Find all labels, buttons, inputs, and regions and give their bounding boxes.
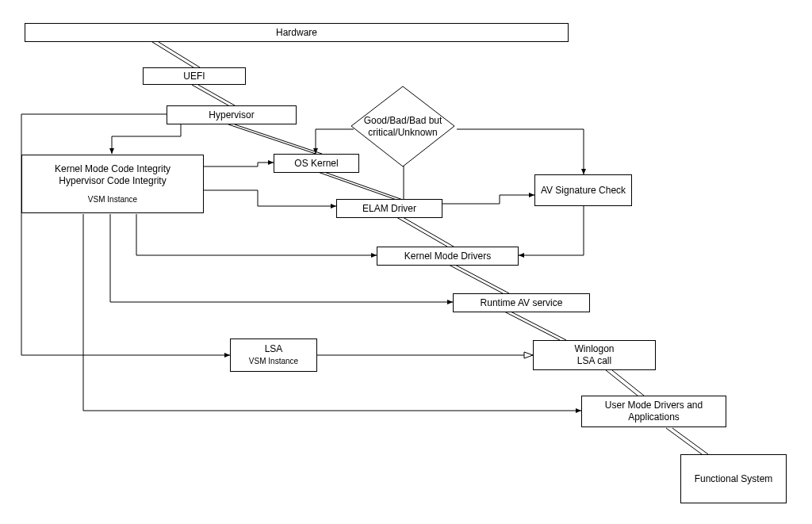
svg-line-13 (509, 311, 566, 340)
node-winlogon: Winlogon LSA call (533, 340, 656, 370)
lsa-title: LSA (265, 343, 283, 355)
decision-label: Good/Bad/Bad but critical/Unknown (362, 115, 443, 138)
node-uefi: UEFI (143, 67, 246, 85)
node-label: ELAM Driver (362, 203, 416, 215)
svg-line-17 (672, 428, 708, 454)
winlogon-line2: LSA call (577, 355, 611, 367)
node-label: UEFI (183, 71, 205, 82)
svg-line-4 (228, 124, 316, 154)
kmci-line2: Hypervisor Code Integrity (59, 175, 166, 187)
svg-line-5 (235, 124, 322, 154)
kmci-sub: VSM Instance (88, 195, 137, 205)
svg-line-3 (198, 85, 235, 105)
node-av-signature-check: AV Signature Check (534, 174, 632, 206)
svg-line-15 (612, 370, 644, 396)
node-user-mode: User Mode Drivers and Applications (581, 396, 726, 427)
svg-line-14 (606, 370, 638, 396)
lsa-sub: VSM Instance (249, 357, 298, 367)
svg-line-11 (454, 264, 509, 293)
node-hypervisor: Hypervisor (167, 105, 297, 124)
node-decision: Good/Bad/Bad but critical/Unknown (350, 85, 456, 168)
node-label: User Mode Drivers and Applications (587, 400, 721, 423)
node-lsa: LSA VSM Instance (230, 338, 317, 372)
node-label: AV Signature Check (541, 185, 626, 197)
node-label: Kernel Mode Drivers (404, 251, 491, 262)
kmci-line1: Kernel Mode Code Integrity (55, 163, 170, 175)
svg-line-12 (503, 311, 560, 340)
node-hardware: Hardware (25, 23, 569, 42)
node-label: Hardware (276, 27, 317, 39)
svg-line-9 (403, 217, 454, 247)
node-label: Hypervisor (209, 109, 254, 121)
svg-line-6 (316, 171, 396, 200)
node-kmci: Kernel Mode Code Integrity Hypervisor Co… (21, 155, 204, 213)
svg-line-8 (396, 217, 447, 247)
node-kernel-mode-drivers: Kernel Mode Drivers (377, 247, 519, 266)
node-label: Functional System (695, 473, 773, 485)
svg-line-0 (152, 42, 193, 67)
svg-line-2 (192, 85, 228, 105)
node-label: Runtime AV service (481, 297, 563, 309)
node-runtime-av: Runtime AV service (453, 293, 590, 312)
node-elam: ELAM Driver (336, 199, 442, 218)
svg-line-10 (447, 264, 503, 293)
node-functional-system: Functional System (680, 454, 787, 503)
node-os-kernel: OS Kernel (274, 154, 359, 173)
svg-line-16 (666, 428, 702, 454)
node-label: OS Kernel (294, 158, 338, 170)
winlogon-line1: Winlogon (574, 343, 614, 355)
svg-line-1 (159, 42, 200, 67)
svg-line-7 (322, 171, 403, 200)
